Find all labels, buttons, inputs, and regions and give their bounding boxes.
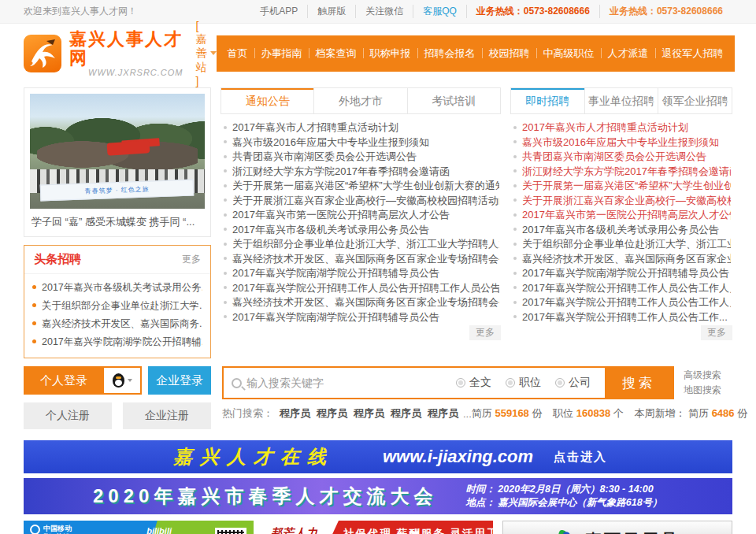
nav-home[interactable]: 首页: [221, 46, 254, 61]
bangmang-line1: 社保代理 薪酬服务 灵活用工: [343, 527, 493, 534]
job-item[interactable]: 嘉兴市级2016年应届大中专毕业生报到须知: [512, 135, 731, 150]
hot-search-label: 热门搜索：: [222, 406, 273, 421]
job-item[interactable]: 2017年嘉兴学院公开招聘工作人员公告工作...: [512, 310, 731, 325]
search-input[interactable]: [246, 376, 456, 389]
hot-keyword[interactable]: 程序员: [280, 406, 310, 421]
news-photo[interactable]: 青春筑梦 · 红色之旅: [30, 94, 205, 209]
job-item[interactable]: 关于开展浙江嘉兴百家企业高校行—安徽高校校园...: [512, 194, 731, 209]
notice-item[interactable]: 2017年嘉兴市人才招聘重点活动计划: [222, 121, 499, 135]
notice-item[interactable]: 关于开展浙江嘉兴百家企业高校行—安徽高校校园招聘活动的通...: [222, 194, 499, 209]
notice-item[interactable]: 嘉兴经济技术开发区、嘉兴国际商务区百家企业专场招聘会公告: [222, 295, 499, 310]
tab-leading-company[interactable]: 领军企业招聘: [658, 88, 732, 113]
headline-item[interactable]: 2017年嘉兴市各级机关考试录用公务...: [32, 279, 202, 297]
personal-register-button[interactable]: 个人注册: [24, 402, 112, 429]
bangmang-hr-ad[interactable]: 邦芒人力 50bm.com 社保代理 薪酬服务 灵活用工 业务外包 人事代理 求…: [263, 521, 493, 534]
hotline-1: 业务热线：0573-82608666: [467, 5, 600, 18]
job-item[interactable]: 关于组织部分企事业单位赴浙江大学、浙江工业大...: [512, 237, 731, 252]
headline-title: 头条招聘: [34, 252, 81, 267]
job-item[interactable]: 2017年嘉兴市各级机关考试录用公务员公告: [512, 223, 731, 238]
qq-login-dropdown[interactable]: [104, 366, 142, 395]
job-item[interactable]: 2017年嘉兴市人才招聘重点活动计划: [512, 121, 731, 135]
notice-item[interactable]: 嘉兴经济技术开发区、嘉兴国际商务区百家企业专场招聘会公告: [222, 252, 499, 267]
notice-item[interactable]: 浙江财经大学东方学院2017年春季招聘会邀请函: [222, 165, 499, 180]
job-item[interactable]: 共青团嘉兴市南湖区委员会公开选调公告: [512, 150, 731, 165]
photo-caption[interactable]: 学子回 “嘉” 感受禾城蝶变 携手同 “...: [30, 209, 205, 231]
nav-campus[interactable]: 校园招聘: [483, 46, 536, 61]
notice-item[interactable]: 2017年嘉兴市各级机关考试录用公务员公告: [222, 223, 499, 238]
job-item[interactable]: 2017年嘉兴学院南湖学院公开招聘辅导员公告: [512, 266, 731, 281]
notice-item[interactable]: 2017年嘉兴学院公开招聘工作人员公告开招聘工作人员公告开...: [222, 281, 499, 296]
scope-position-radio[interactable]: 职位: [506, 376, 541, 390]
notice-item[interactable]: 共青团嘉兴市南湖区委员会公开选调公告: [222, 150, 499, 165]
site-logo-link[interactable]: 嘉兴人事人才网 WWW.JXRSRC.COM: [24, 30, 183, 77]
company-register-button[interactable]: 企业注册: [123, 402, 211, 429]
tab-notice[interactable]: 通知公告: [221, 88, 313, 113]
nav-title-apply[interactable]: 职称申报: [364, 46, 417, 61]
toplink-wechat[interactable]: 关注微信: [356, 5, 413, 18]
company-login-button[interactable]: 企业登录: [148, 366, 211, 395]
notice-item[interactable]: 2017年嘉兴市第一医院公开招聘高层次人才公告: [222, 208, 499, 223]
notice-item[interactable]: 2017年嘉兴学院南湖学院公开招聘辅导员公告: [222, 266, 499, 281]
hot-keyword[interactable]: 程序员: [391, 406, 421, 421]
jobs-column: 即时招聘 事业单位招聘 领军企业招聘 2017年嘉兴市人才招聘重点活动计划 嘉兴…: [510, 87, 732, 358]
advanced-search-link[interactable]: 高级搜索: [684, 368, 732, 383]
login-panel: 个人登录 企业登录 个人注册 企业注册: [24, 366, 211, 429]
nav-dispatch[interactable]: 人才派遣: [602, 46, 655, 61]
tab-outside-market[interactable]: 外地才市: [313, 88, 406, 113]
toplink-mobile-app[interactable]: 手机APP: [250, 5, 308, 18]
headline-jobs-card: 头条招聘 更多 2017年嘉兴市各级机关考试录用公务... 关于组织部分企事业单…: [24, 245, 211, 358]
jobs-tabbar: 即时招聘 事业单位招聘 领军企业招聘: [510, 87, 732, 114]
headline-more-link[interactable]: 更多: [182, 253, 201, 266]
topbar-links: 手机APP 触屏版 关注微信 客服QQ 业务热线：0573-82608666 业…: [250, 5, 732, 18]
notice-item[interactable]: 2017年嘉兴学院南湖学院公开招聘辅导员公告: [222, 310, 499, 325]
hot-keyword[interactable]: 程序员: [428, 406, 458, 421]
map-search-link[interactable]: 地图搜索: [684, 383, 732, 398]
notice-item[interactable]: 关于组织部分企事业单位赴浙江大学、浙江工业大学招聘人才的...: [222, 237, 499, 252]
notice-item[interactable]: 嘉兴市级2016年应届大中专毕业生报到须知: [222, 135, 499, 150]
news-photo-card: 青春筑梦 · 红色之旅 学子回 “嘉” 感受禾城蝶变 携手同 “...: [24, 87, 211, 237]
toplink-service-qq[interactable]: 客服QQ: [413, 5, 467, 18]
job-item[interactable]: 2017年嘉兴学院公开招聘工作人员公告工作人员...: [512, 295, 731, 310]
job-item[interactable]: 关于开展第一届嘉兴港区“希望杯”大学生创业创...: [512, 179, 731, 194]
search-bar: 全文 职位 公司 搜索: [222, 366, 674, 399]
headline-item[interactable]: 2017年嘉兴学院南湖学院公开招聘辅...: [32, 333, 202, 351]
nav-guide[interactable]: 办事指南: [255, 46, 309, 61]
tab-exam-training[interactable]: 考试培训: [407, 88, 500, 113]
search-button[interactable]: 搜索: [605, 368, 673, 398]
jiaxing-talent-online-banner[interactable]: 嘉兴人才在线 www.i-jiaxing.com 点击进入: [24, 440, 732, 473]
personal-login-button[interactable]: 个人登录: [24, 366, 104, 395]
chevron-down-icon: [210, 51, 217, 55]
search-extra-links: 高级搜索 地图搜索: [684, 366, 732, 429]
headline-item[interactable]: 关于组织部分企事业单位赴浙江大学...: [32, 297, 202, 315]
hot-keyword[interactable]: 程序员: [317, 406, 347, 421]
job-item[interactable]: 嘉兴经济技术开发区、嘉兴国际商务区百家企业专...: [512, 252, 731, 267]
notice-item[interactable]: 关于开展第一届嘉兴港区“希望杯”大学生创业创新大赛的通知: [222, 179, 499, 194]
job-item[interactable]: 2017年嘉兴市第一医院公开招聘高层次人才公告: [512, 208, 731, 223]
jaly-ad[interactable]: JALY 嘉丽日用品: [502, 521, 732, 534]
china-mobile-ad[interactable]: 中国移动China Mobile 移动花卡 bilibili 看番剧、刷视频 季…: [24, 521, 254, 534]
tab-instant-jobs[interactable]: 即时招聘: [511, 88, 584, 113]
jobs-more-link[interactable]: 更多: [701, 325, 732, 340]
tab-public-institution[interactable]: 事业单位招聘: [584, 88, 658, 113]
toplink-touch-version[interactable]: 触屏版: [308, 5, 356, 18]
spring-jobfair-banner[interactable]: 2020年嘉兴市春季人才交流大会 时间： 2020年2月8日（周六）8:30 -…: [24, 478, 732, 514]
nav-veteran[interactable]: 退役军人招聘: [656, 46, 730, 61]
jaly-logo-icon: JALY: [555, 529, 577, 534]
hotline-2: 业务热线：0573-82608666: [600, 5, 732, 18]
job-item[interactable]: 浙江财经大学东方学院2017年春季招聘会邀请函: [512, 165, 731, 180]
banner2-info: 时间： 2020年2月8日（周六）8:30 - 14:00 地点： 嘉兴国际会展…: [465, 483, 662, 510]
nav-jobfair-signup[interactable]: 招聘会报名: [418, 46, 482, 61]
scope-fulltext-radio[interactable]: 全文: [456, 376, 491, 390]
main-content: 青春筑梦 · 红色之旅 学子回 “嘉” 感受禾城蝶变 携手同 “... 头条招聘…: [0, 83, 756, 358]
headline-item[interactable]: 嘉兴经济技术开发区、嘉兴国际商务...: [32, 315, 202, 333]
hot-keyword[interactable]: 程序员: [354, 406, 384, 421]
scope-company-radio[interactable]: 公司: [555, 376, 591, 390]
banner1-url: www.i-jiaxing.com: [383, 447, 533, 467]
hot-search-row: 热门搜索： 程序员 程序员 程序员 程序员 程序员 ... 简历 559168 …: [222, 406, 674, 421]
notice-more-link[interactable]: 更多: [469, 325, 501, 340]
job-item[interactable]: 2017年嘉兴学院公开招聘工作人员公告工作人员...: [512, 281, 731, 296]
nav-senior-jobs[interactable]: 中高级职位: [537, 46, 601, 61]
banner2-time: 时间： 2020年2月8日（周六）8:30 - 14:00: [465, 483, 662, 496]
station-selector[interactable]: [ 嘉善站 ]: [196, 20, 217, 87]
nav-archive-search[interactable]: 档案查询: [309, 46, 363, 61]
